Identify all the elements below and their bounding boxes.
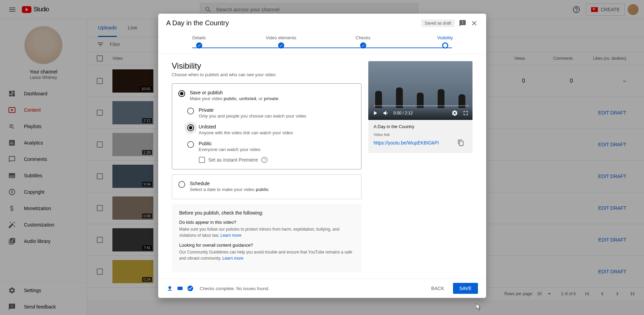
radio-private[interactable] — [187, 108, 194, 114]
upload-dialog: A Day in the Country Saved as draft Deta… — [158, 14, 486, 298]
radio-save-publish[interactable] — [178, 90, 185, 97]
learn-more-link[interactable]: Learn more — [220, 233, 241, 238]
footer-status: Checks complete. No issues found. — [200, 286, 423, 291]
step-checks[interactable]: Checks — [343, 35, 384, 49]
upload-status-icon — [166, 285, 173, 292]
dialog-title: A Day in the Country — [166, 19, 422, 27]
feedback-icon[interactable] — [459, 19, 466, 27]
save-publish-box: Save or publish Make your video public, … — [172, 83, 361, 169]
learn-more-link-2[interactable]: Learn more — [222, 256, 243, 261]
step-visibility[interactable]: Visibility — [425, 35, 466, 49]
section-title: Visibility — [172, 61, 361, 71]
radio-schedule[interactable] — [178, 181, 185, 188]
notice-box: Before you publish, check the following:… — [172, 204, 361, 272]
draft-badge: Saved as draft — [421, 19, 454, 27]
volume-icon[interactable] — [383, 110, 389, 117]
svg-rect-0 — [177, 287, 182, 290]
step-details[interactable]: Details — [179, 35, 220, 49]
radio-public[interactable] — [187, 141, 194, 148]
back-button[interactable]: BACK — [426, 283, 449, 294]
hd-icon — [177, 285, 183, 292]
fullscreen-icon[interactable] — [462, 110, 469, 117]
video-player[interactable]: 0:00 / 2:12 — [368, 61, 472, 120]
radio-unlisted[interactable] — [187, 124, 194, 131]
section-sub: Choose when to publish and who can see y… — [172, 72, 361, 77]
preview-title: A Day in the Country — [374, 124, 467, 129]
premiere-checkbox[interactable] — [199, 157, 205, 163]
video-preview: 0:00 / 2:12 A Day in the Country Video l… — [368, 61, 472, 153]
stepper: Details Video elements Checks Visibility — [158, 32, 486, 54]
close-icon[interactable] — [470, 19, 478, 27]
step-video-elements[interactable]: Video elements — [261, 35, 302, 49]
settings-icon[interactable] — [451, 110, 458, 117]
play-icon[interactable] — [372, 110, 379, 117]
copy-link-button[interactable] — [455, 137, 467, 149]
video-time: 0:00 / 2:12 — [394, 111, 447, 115]
save-button[interactable]: SAVE — [453, 283, 478, 294]
preview-link[interactable]: https://youtu.be/WupEKBIGkPI — [374, 140, 439, 146]
check-status-icon — [187, 285, 194, 292]
schedule-box: Schedule Select a date to make your vide… — [172, 174, 361, 199]
preview-link-label: Video link — [374, 133, 467, 137]
help-icon[interactable]: ? — [261, 157, 268, 163]
